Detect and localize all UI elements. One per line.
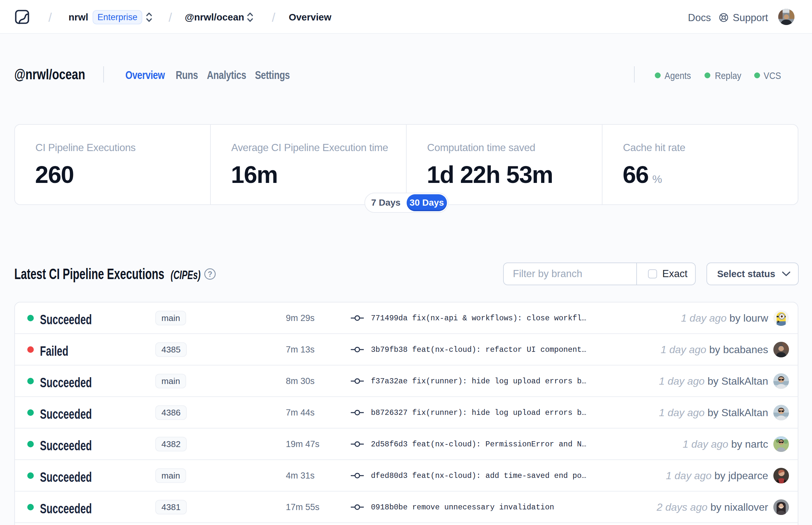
svg-text:?: ? [208,270,212,279]
